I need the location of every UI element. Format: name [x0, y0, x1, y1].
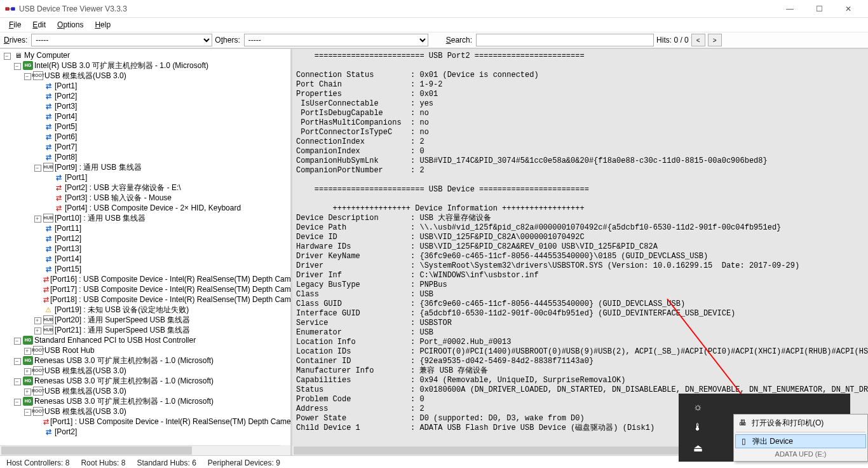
- tree-device[interactable]: [Port2] : USB 大容量存储设备 - E:\: [44, 182, 290, 193]
- port-icon: [43, 81, 53, 90]
- port-icon: [43, 153, 53, 162]
- tree-hub[interactable]: HUB[Port9] : 通用 USB 集线器: [34, 162, 290, 172]
- tree-root-hub[interactable]: ROOTUSB Root Hub: [24, 345, 290, 355]
- tree-port[interactable]: [Port11]: [34, 223, 290, 233]
- tree-root-hub[interactable]: ROOTUSB 根集线器(USB 3.0): [24, 406, 290, 416]
- tree-port[interactable]: [Port1]: [44, 172, 290, 182]
- tree-device[interactable]: [Port1] : USB Composite Device - Intel(R…: [34, 416, 290, 427]
- device-icon: [53, 193, 64, 202]
- status-rh: Root Hubs: 8: [81, 458, 125, 467]
- tree-port[interactable]: [Port2]: [34, 91, 290, 101]
- tree-hub[interactable]: HUB[Port10] : 通用 USB 集线器: [34, 213, 290, 223]
- prev-hit-button[interactable]: <: [691, 34, 705, 46]
- menu-options[interactable]: Options: [52, 19, 88, 31]
- menu-file[interactable]: File: [4, 19, 26, 31]
- tree-port[interactable]: [Port3]: [34, 101, 290, 111]
- tree-host[interactable]: HGRenesas USB 3.0 可扩展主机控制器 - 1.0 (Micros…: [14, 376, 290, 386]
- warn-icon: [43, 305, 53, 314]
- tree-port[interactable]: [Port6]: [34, 132, 290, 142]
- brightness-icon[interactable]: ☼: [693, 401, 703, 413]
- tree-hub[interactable]: HUB[Port21] : 通用 SuperSpeed USB 集线器: [34, 325, 290, 335]
- toolbar: Drives: ----- Others: ----- Search: Hits…: [0, 32, 868, 48]
- hub-icon: HUB: [43, 326, 53, 334]
- eject-icon[interactable]: ⏏: [693, 442, 703, 454]
- pc-icon: [13, 51, 23, 60]
- tree-device[interactable]: [Port17] : USB Composite Device - Intel(…: [34, 284, 290, 294]
- device-icon: [53, 203, 64, 212]
- host-icon: HG: [23, 336, 33, 345]
- port-icon: [43, 427, 53, 436]
- root-hub-icon: ROOT: [33, 366, 43, 375]
- port-icon: [43, 265, 53, 273]
- tree-port[interactable]: [Port14]: [34, 254, 290, 264]
- tree-host[interactable]: HGIntel(R) USB 3.0 可扩展主机控制器 - 1.0 (Micro…: [14, 60, 290, 71]
- tree-hub[interactable]: HUB[Port20] : 通用 SuperSpeed USB 集线器: [34, 315, 290, 325]
- port-icon: [43, 224, 53, 233]
- titlebar: USB Device Tree Viewer V3.3.3 — ☐ ✕: [0, 0, 868, 18]
- tree-device[interactable]: [Port16] : USB Composite Device - Intel(…: [34, 274, 290, 284]
- status-pd: Peripheral Devices: 9: [208, 458, 280, 467]
- port-icon: [43, 112, 53, 121]
- menu-separator: [736, 432, 865, 432]
- tree-host[interactable]: HGStandard Enhanced PCI to USB Host Cont…: [14, 335, 290, 345]
- tree-device[interactable]: [Port3] : USB 输入设备 - Mouse: [44, 193, 290, 203]
- tree-root-hub[interactable]: ROOTUSB 根集线器(USB 3.0): [24, 366, 290, 376]
- host-icon: HG: [23, 397, 33, 406]
- tree-device[interactable]: [Port4] : USB Composite Device - 2× HID,…: [44, 203, 290, 213]
- port-icon: [43, 254, 53, 263]
- tree-device[interactable]: [Port19] : 未知 USB 设备(设定地址失败): [34, 305, 290, 315]
- device-icon: [43, 295, 49, 304]
- port-icon: [43, 244, 53, 253]
- menu-edit[interactable]: Edit: [27, 19, 51, 31]
- tree-port[interactable]: [Port7]: [34, 142, 290, 152]
- host-icon: HG: [23, 356, 33, 365]
- tree-port[interactable]: [Port5]: [34, 121, 290, 132]
- next-hit-button[interactable]: >: [708, 34, 722, 46]
- host-icon: HG: [23, 376, 33, 385]
- tree-root[interactable]: My Computer: [4, 50, 290, 60]
- tree-port[interactable]: [Port4]: [34, 111, 290, 121]
- menu-eject-device[interactable]: ▯弹出 Device: [735, 434, 866, 448]
- menu-help[interactable]: Help: [90, 19, 116, 31]
- search-input[interactable]: [476, 34, 654, 46]
- root-hub-icon: ROOT: [33, 346, 43, 355]
- tree-host[interactable]: HGRenesas USB 3.0 可扩展主机控制器 - 1.0 (Micros…: [14, 396, 290, 406]
- tree-port[interactable]: [Port13]: [34, 244, 290, 254]
- tree-port[interactable]: [Port15]: [34, 264, 290, 274]
- tree-port[interactable]: [Port1]: [34, 81, 290, 91]
- hub-icon: HUB: [43, 315, 53, 324]
- tree-hscroll[interactable]: [0, 445, 280, 455]
- tree-port[interactable]: [Port8]: [34, 152, 290, 162]
- menu-drive-label: ADATA UFD (E:): [735, 448, 866, 460]
- port-icon: [43, 142, 53, 151]
- root-hub-icon: ROOT: [33, 407, 43, 416]
- tree-host[interactable]: HGRenesas USB 3.0 可扩展主机控制器 - 1.0 (Micros…: [14, 355, 290, 366]
- port-icon: [43, 132, 53, 141]
- minimize-button[interactable]: —: [775, 0, 804, 18]
- tree-port[interactable]: [Port2]: [34, 427, 290, 437]
- drives-select[interactable]: -----: [31, 34, 212, 46]
- close-button[interactable]: ✕: [834, 0, 863, 18]
- maximize-button[interactable]: ☐: [804, 0, 834, 18]
- port-icon: [43, 122, 53, 131]
- search-label: Search:: [446, 36, 472, 45]
- svg-rect-0: [6, 8, 9, 10]
- device-icon: [53, 183, 64, 192]
- status-sh: Standard Hubs: 6: [137, 458, 196, 467]
- others-select[interactable]: -----: [244, 34, 428, 46]
- tree-device[interactable]: [Port18] : USB Composite Device - Intel(…: [34, 294, 290, 305]
- tree-root-hub[interactable]: ROOTUSB 根集线器(USB 3.0): [24, 71, 290, 81]
- device-icon: [43, 285, 49, 294]
- eject-context-menu: 🖶打开设备和打印机(O) ▯弹出 Device ADATA UFD (E:): [733, 414, 868, 462]
- port-icon: [43, 102, 53, 111]
- menu-open-devices[interactable]: 🖶打开设备和打印机(O): [735, 416, 866, 430]
- device-icon: [43, 275, 49, 284]
- device-tree[interactable]: My Computer HGIntel(R) USB 3.0 可扩展主机控制器 …: [0, 49, 290, 438]
- drive-icon: ▯: [738, 436, 749, 446]
- hub-icon: HUB: [43, 214, 53, 223]
- tree-root-hub[interactable]: ROOTUSB 根集线器(USB 3.0): [24, 386, 290, 396]
- printer-icon: 🖶: [738, 418, 748, 428]
- temp-icon[interactable]: 🌡: [693, 422, 703, 433]
- root-hub-icon: ROOT: [33, 387, 43, 396]
- tree-port[interactable]: [Port12]: [34, 233, 290, 244]
